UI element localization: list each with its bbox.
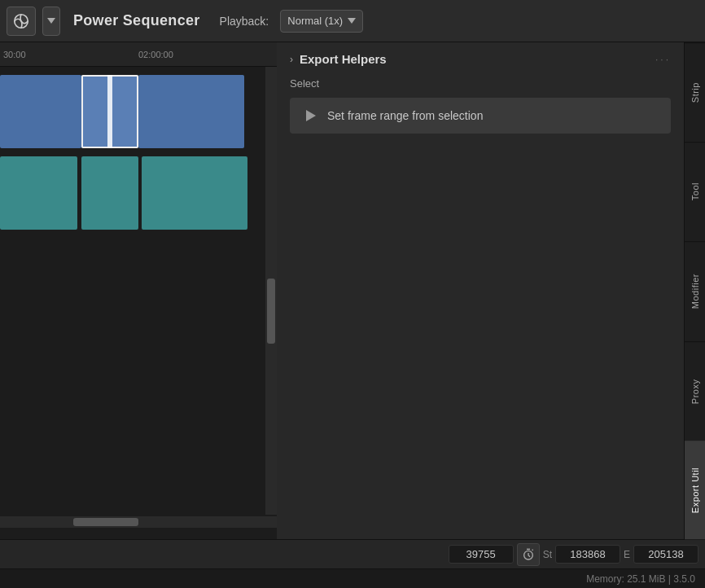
tab-modifier[interactable]: Modifier [685,241,705,340]
clip-3[interactable] [138,75,244,148]
memory-bar: Memory: 25.1 MiB | 3.5.0 [0,568,705,588]
e-label: E [624,549,630,560]
clip-white-marker [107,75,112,148]
app-title: Power Sequencer [73,12,200,29]
set-frame-range-button[interactable]: Set frame range from selection [290,98,671,134]
export-helpers-section: › Export Helpers ··· Select Set frame ra… [277,42,684,539]
st-value-field[interactable]: 183868 [555,545,620,564]
tab-proxy[interactable]: Proxy [685,341,705,441]
export-helpers-header: › Export Helpers ··· [290,52,671,66]
frame-number-field[interactable]: 39755 [449,545,514,564]
horizontal-scrollbar[interactable] [0,516,277,528]
vscroll-thumb[interactable] [267,279,275,344]
blue-video-track [0,75,265,148]
tab-strip[interactable]: Strip [685,42,705,142]
drag-handle-icon: ··· [655,54,671,65]
chevron-down-icon [47,18,55,24]
hscroll-thumb[interactable] [73,518,138,526]
ruler-label-1: 30:00 [3,50,26,59]
tab-export-util[interactable]: Export Util [685,441,705,539]
tab-tool[interactable]: Tool [685,142,705,241]
playback-chevron-icon [348,18,356,24]
clip-2-selected[interactable] [81,75,138,148]
teal-clip-1[interactable] [0,156,77,230]
bottom-bar: 39755 St 183868 E 205138 [0,539,705,568]
tracks-area [0,67,277,515]
vertical-scrollbar[interactable] [265,67,277,515]
timeline-panel: 30:00 02:00:00 [0,42,277,539]
collapse-icon[interactable]: › [290,54,293,65]
playback-value: Normal (1x) [287,15,343,27]
right-panel: › Export Helpers ··· Select Set frame ra… [277,42,684,539]
playback-dropdown[interactable]: Normal (1x) [280,10,363,33]
ruler-label-2: 02:00:00 [138,50,173,59]
set-frame-btn-label: Set frame range from selection [327,109,483,122]
addon-dropdown-button[interactable] [42,7,60,36]
select-label: Select [290,77,671,90]
teal-clip-3[interactable] [142,156,247,230]
teal-clip-2[interactable] [81,156,138,230]
st-label: St [543,549,552,560]
clip-1[interactable] [0,75,81,148]
side-tabs-panel: Strip Tool Modifier Proxy Export Util [684,42,705,539]
time-ruler: 30:00 02:00:00 [0,42,277,67]
play-icon [306,110,316,121]
playback-label: Playback: [220,15,269,28]
addon-icon-button[interactable] [7,7,36,36]
memory-info: Memory: 25.1 MiB | 3.5.0 [586,573,695,585]
e-value-field[interactable]: 205138 [633,545,698,564]
main-area: 30:00 02:00:00 [0,42,705,539]
teal-audio-track [0,156,265,230]
timer-icon-button[interactable] [517,543,540,566]
top-bar: Power Sequencer Playback: Normal (1x) [0,0,705,42]
export-helpers-title: Export Helpers [300,52,387,66]
